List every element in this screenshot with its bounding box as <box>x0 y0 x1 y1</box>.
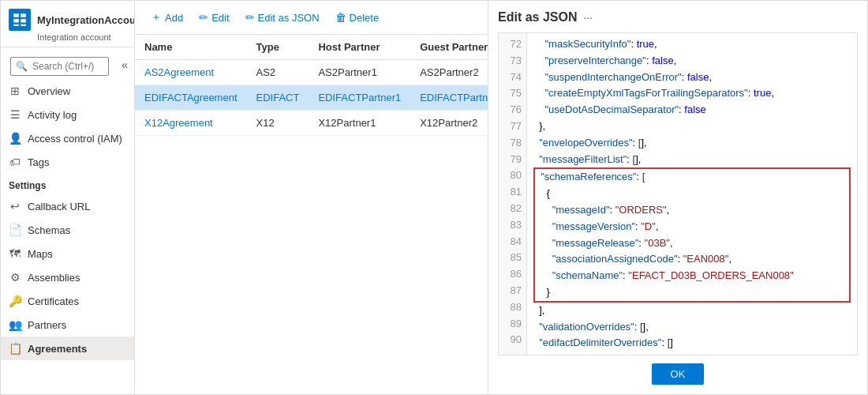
json-lines: 72737475767778798081828384858687888990 "… <box>499 33 857 355</box>
search-input[interactable] <box>32 61 103 72</box>
sidebar-item-overview[interactable]: ⊞ Overview <box>1 79 134 103</box>
code-line-highlighted: "schemaReferences": [ <box>535 169 849 186</box>
line-number: 77 <box>499 118 526 135</box>
callback-url-label: Callback URL <box>28 201 90 213</box>
line-number: 73 <box>499 53 526 70</box>
table-cell-name: X12Agreement <box>135 111 247 136</box>
sidebar-item-partners[interactable]: 👥 Partners <box>1 313 134 337</box>
sidebar-item-agreements[interactable]: 📋 Agreements <box>1 337 134 360</box>
json-editor-title: Edit as JSON <box>498 10 577 24</box>
line-number-highlighted: 80 <box>499 167 526 184</box>
tags-label: Tags <box>28 156 49 168</box>
svg-rect-5 <box>21 24 26 26</box>
app-title-row: MyIntegrationAccount | Agreements ⊕ ··· <box>9 9 126 31</box>
edit-button[interactable]: ✏ Edit <box>193 8 235 27</box>
code-line-highlighted: "associationAssignedCode": "EAN008", <box>535 251 849 268</box>
col-host-partner: Host Partner <box>309 35 410 60</box>
line-number: 78 <box>499 135 526 152</box>
sidebar-item-assemblies[interactable]: ⚙ Assemblies <box>1 265 134 289</box>
left-sidebar: MyIntegrationAccount | Agreements ⊕ ··· … <box>1 1 135 394</box>
col-type: Type <box>247 35 309 60</box>
header-section: MyIntegrationAccount | Agreements ⊕ ··· … <box>1 1 134 47</box>
code-line-highlighted: } <box>535 284 849 301</box>
line-number: 90 <box>499 332 526 348</box>
svg-rect-1 <box>21 13 26 17</box>
title-group: MyIntegrationAccount | Agreements <box>37 13 135 26</box>
table-row[interactable]: X12AgreementX12X12Partner1X12Partner2 <box>135 111 488 136</box>
nav-section: ⊞ Overview ☰ Activity log 👤 Access contr… <box>1 79 134 394</box>
code-line: "preserveInterchange": false, <box>533 53 851 70</box>
agreements-table-container: Name Type Host Partner Guest Partner AS2… <box>135 35 488 394</box>
svg-rect-2 <box>13 19 19 23</box>
code-line: "envelopeOverrides": [], <box>533 135 851 152</box>
code-line-highlighted: { <box>535 186 849 202</box>
partners-icon: 👥 <box>9 318 21 331</box>
line-number-highlighted: 86 <box>499 266 526 283</box>
ok-button[interactable]: OK <box>652 363 705 385</box>
agreements-table: Name Type Host Partner Guest Partner AS2… <box>135 35 488 136</box>
agreements-label: Agreements <box>28 343 87 355</box>
add-button[interactable]: ＋ Add <box>144 7 189 28</box>
overview-icon: ⊞ <box>9 85 21 97</box>
add-label: Add <box>165 12 183 24</box>
table-cell-type: EDIFACT <box>247 85 309 111</box>
json-editor: 72737475767778798081828384858687888990 "… <box>498 32 858 356</box>
line-number-highlighted: 85 <box>499 250 526 266</box>
maps-label: Maps <box>28 248 53 260</box>
sidebar-item-certificates[interactable]: 🔑 Certificates <box>1 289 134 313</box>
table-cell-type: AS2 <box>247 60 309 85</box>
code-content: "maskSecurityInfo": true, "preserveInter… <box>527 33 857 355</box>
sidebar-item-activity-log[interactable]: ☰ Activity log <box>1 103 134 126</box>
svg-rect-4 <box>13 24 19 26</box>
line-number: 89 <box>499 316 526 333</box>
highlight-box: "schemaReferences": [ { "messageId": "OR… <box>533 167 851 302</box>
json-header: Edit as JSON ··· <box>498 10 858 24</box>
line-number: 88 <box>499 299 526 316</box>
code-line-highlighted: "messageVersion": "D", <box>535 219 849 235</box>
line-number: 76 <box>499 102 526 118</box>
delete-button[interactable]: 🗑 Delete <box>329 8 386 27</box>
line-number: 75 <box>499 85 526 102</box>
line-number: 74 <box>499 70 526 86</box>
activity-log-icon: ☰ <box>9 108 21 121</box>
table-cell-host_partner: EDIFACTPartner1 <box>309 85 410 111</box>
table-cell-guest_partner: EDIFACTPartner2 <box>410 85 488 111</box>
json-editor-panel: Edit as JSON ··· 72737475767778798081828… <box>488 1 867 394</box>
line-number-highlighted: 81 <box>499 184 526 201</box>
agreements-icon: 📋 <box>9 342 21 355</box>
code-line: "createEmptyXmlTagsForTrailingSeparators… <box>533 85 851 102</box>
code-line: "validationOverrides": [], <box>533 319 851 336</box>
svg-rect-0 <box>13 13 19 17</box>
code-line: "maskSecurityInfo": true, <box>533 36 851 53</box>
code-line: ], <box>533 303 851 319</box>
table-cell-guest_partner: AS2Partner2 <box>410 60 488 85</box>
search-box[interactable]: 🔍 <box>10 57 109 76</box>
table-cell-guest_partner: X12Partner2 <box>410 111 488 136</box>
sidebar-item-callback-url[interactable]: ↩ Callback URL <box>1 194 134 218</box>
code-line: "suspendInterchangeOnError": false, <box>533 70 851 86</box>
edit-json-button[interactable]: ✏ Edit as JSON <box>239 8 326 27</box>
sidebar-item-schemas[interactable]: 📄 Schemas <box>1 218 134 242</box>
table-cell-type: X12 <box>247 111 309 136</box>
line-number-highlighted: 82 <box>499 201 526 217</box>
add-icon: ＋ <box>151 10 162 24</box>
schemas-label: Schemas <box>28 224 70 236</box>
edit-icon: ✏ <box>199 11 208 24</box>
table-cell-host_partner: X12Partner1 <box>309 111 410 136</box>
code-line-highlighted: "messageId": "ORDERS", <box>535 202 849 219</box>
toolbar: ＋ Add ✏ Edit ✏ Edit as JSON 🗑 Delete <box>135 1 488 35</box>
search-icon: 🔍 <box>16 61 28 72</box>
delete-label: Delete <box>350 12 380 24</box>
tags-icon: 🏷 <box>9 156 21 168</box>
collapse-button[interactable]: « <box>118 55 131 74</box>
sidebar-item-maps[interactable]: 🗺 Maps <box>1 242 134 265</box>
code-line: "edifactDelimiterOverrides": [] <box>533 335 851 352</box>
json-more-icon[interactable]: ··· <box>583 11 593 24</box>
sidebar-item-tags[interactable]: 🏷 Tags <box>1 150 134 174</box>
sidebar-item-access-control[interactable]: 👤 Access control (IAM) <box>1 126 134 150</box>
table-row[interactable]: EDIFACTAgreementEDIFACTEDIFACTPartner1ED… <box>135 85 488 111</box>
table-row[interactable]: AS2AgreementAS2AS2Partner1AS2Partner2 <box>135 60 488 85</box>
schemas-icon: 📄 <box>9 224 21 236</box>
table-cell-host_partner: AS2Partner1 <box>309 60 410 85</box>
access-control-label: Access control (IAM) <box>28 133 122 145</box>
